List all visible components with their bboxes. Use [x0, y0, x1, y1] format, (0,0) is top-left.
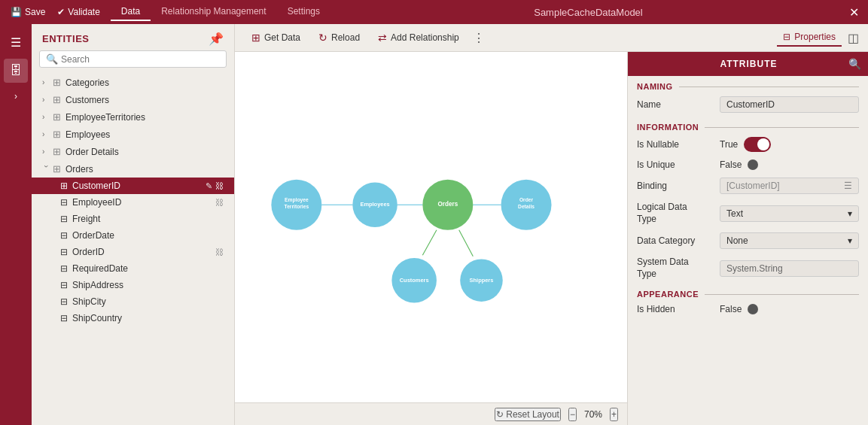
field-icon: ⊟: [60, 263, 68, 274]
is-unique-value: False: [720, 159, 742, 170]
add-relationship-button[interactable]: ⇄ Add Relationship: [370, 29, 467, 47]
data-category-select[interactable]: None ▾: [720, 232, 859, 249]
table-icon: ⊞: [53, 146, 61, 157]
panel-toggle-button[interactable]: ◫: [848, 31, 859, 45]
attribute-header: ATTRIBUTE 🔍: [628, 52, 868, 76]
child-item-shipcountry[interactable]: ⊟ ShipCountry: [32, 310, 234, 326]
properties-button[interactable]: ⊟ Properties: [777, 29, 842, 47]
child-item-orderdate[interactable]: ⊟ OrderDate: [32, 227, 234, 244]
svg-text:Order: Order: [519, 197, 534, 202]
logical-data-type-value: Text: [726, 208, 743, 219]
field-icon: ⊟: [60, 230, 68, 241]
binding-row: Binding [CustomerID] ☰: [628, 174, 868, 198]
field-icon: ⊟: [60, 214, 68, 224]
add-relationship-icon: ⇄: [378, 32, 387, 44]
is-unique-row: Is Unique False: [628, 156, 868, 174]
reset-icon: ↻: [496, 409, 504, 420]
sidebar-header: ENTITIES 📌: [32, 24, 234, 50]
child-item-label: OrderID: [72, 247, 105, 257]
close-button[interactable]: ✕: [846, 5, 862, 20]
name-label: Name: [637, 99, 720, 110]
collapse-rail-button[interactable]: ›: [4, 87, 28, 105]
toolbar-right: ⊟ Properties ◫: [777, 29, 859, 47]
table-icon: ⊞: [53, 163, 61, 175]
table-icon: ⊞: [53, 94, 61, 105]
reload-icon: ↻: [318, 32, 327, 44]
sidebar-item-orderdetails[interactable]: › ⊞ Order Details: [32, 143, 234, 160]
svg-text:Customers: Customers: [400, 277, 429, 284]
zoom-in-button[interactable]: +: [610, 408, 618, 421]
sidebar-item-orders[interactable]: › ⊞ Orders: [32, 160, 234, 178]
child-item-customerid[interactable]: ⊞ CustomerID ✎ ⛓: [32, 178, 234, 194]
hamburger-icon[interactable]: ☰: [4, 30, 28, 54]
tab-settings[interactable]: Settings: [277, 3, 330, 21]
get-data-label: Get Data: [264, 32, 300, 43]
data-category-row: Data Category None ▾: [628, 229, 868, 253]
database-icon[interactable]: 🗄: [4, 59, 28, 83]
table-icon: ⊞: [53, 129, 61, 140]
is-unique-toggle[interactable]: [748, 159, 758, 170]
edit-icon[interactable]: ✎ ⛓: [206, 181, 224, 191]
name-value[interactable]: CustomerID: [720, 96, 859, 113]
icon-rail: ☰ 🗄 ›: [0, 24, 32, 425]
sidebar-item-label: Orders: [65, 164, 93, 175]
attribute-search-icon[interactable]: 🔍: [848, 58, 862, 70]
is-nullable-toggle[interactable]: [744, 137, 771, 152]
reset-layout-button[interactable]: ↻ Reset Layout: [495, 408, 561, 421]
child-item-label: CustomerID: [72, 181, 120, 191]
sidebar-item-customers[interactable]: › ⊞ Customers: [32, 91, 234, 108]
table-icon: ⊞: [53, 77, 61, 88]
top-bar-left: 💾 Save ✔ Validate: [6, 5, 105, 19]
is-hidden-row: Is Hidden False: [628, 300, 868, 318]
link-action-icon[interactable]: ⛓: [215, 181, 224, 191]
is-nullable-row: Is Nullable True: [628, 133, 868, 156]
child-item-shipcity[interactable]: ⊟ ShipCity: [32, 293, 234, 310]
sidebar-item-label: Categories: [65, 77, 109, 88]
tab-relationship[interactable]: Relationship Management: [151, 3, 276, 21]
child-item-freight[interactable]: ⊟ Freight: [32, 211, 234, 227]
binding-value[interactable]: [CustomerID] ☰: [720, 178, 859, 194]
is-nullable-label: Is Nullable: [637, 139, 720, 150]
validate-label: Validate: [68, 7, 99, 17]
sidebar-search-box[interactable]: 🔍: [39, 50, 227, 68]
svg-text:Territories: Territories: [285, 204, 309, 209]
sidebar-item-employeeterritories[interactable]: › ⊞ EmployeeTerritories: [32, 108, 234, 126]
arrow-icon: ›: [42, 165, 50, 173]
binding-text: [CustomerID]: [726, 181, 780, 191]
chevron-down-icon: ▾: [848, 208, 852, 219]
is-nullable-value: True: [720, 139, 738, 150]
logical-data-type-select[interactable]: Text ▾: [720, 205, 859, 222]
binding-menu-icon[interactable]: ☰: [844, 181, 852, 191]
is-hidden-toggle-group: False: [720, 304, 758, 314]
tab-data[interactable]: Data: [111, 3, 151, 21]
get-data-icon: ⊞: [251, 32, 260, 44]
child-item-requireddate[interactable]: ⊟ RequiredDate: [32, 260, 234, 277]
child-item-employeeid[interactable]: ⊟ EmployeeID ⛓: [32, 194, 234, 211]
child-item-label: ShipCity: [72, 296, 106, 307]
search-input[interactable]: [61, 54, 220, 65]
edit-action-icon[interactable]: ✎: [206, 181, 212, 191]
pin-icon[interactable]: 📌: [209, 32, 224, 46]
data-category-value: None: [726, 235, 748, 246]
sidebar-item-categories[interactable]: › ⊞ Categories: [32, 74, 234, 91]
link-action-icon[interactable]: ⛓: [215, 247, 224, 257]
field-icon: ⊟: [60, 313, 68, 323]
toolbar: ⊞ Get Data ↻ Reload ⇄ Add Relationship ⋮…: [235, 24, 868, 52]
validate-button[interactable]: ✔ Validate: [53, 5, 104, 19]
child-item-orderid[interactable]: ⊟ OrderID ⛓: [32, 244, 234, 260]
get-data-button[interactable]: ⊞ Get Data: [244, 29, 308, 47]
system-data-type-value: System.String: [720, 260, 859, 277]
save-label: Save: [25, 7, 45, 17]
save-button[interactable]: 💾 Save: [6, 5, 50, 19]
sidebar: ENTITIES 📌 🔍 › ⊞ Categories › ⊞ Customer…: [32, 24, 235, 425]
top-bar: 💾 Save ✔ Validate Data Relationship Mana…: [0, 0, 868, 24]
is-hidden-label: Is Hidden: [637, 304, 720, 314]
link-action-icon[interactable]: ⛓: [215, 198, 224, 207]
sidebar-item-employees[interactable]: › ⊞ Employees: [32, 126, 234, 143]
zoom-out-button[interactable]: −: [568, 408, 577, 421]
is-hidden-toggle[interactable]: [748, 304, 758, 314]
reload-button[interactable]: ↻ Reload: [311, 29, 367, 47]
child-item-shipaddress[interactable]: ⊟ ShipAddress: [32, 277, 234, 293]
more-options-icon[interactable]: ⋮: [473, 31, 485, 45]
diagram-area[interactable]: Employee Territories Employees Orders Or…: [235, 52, 627, 425]
